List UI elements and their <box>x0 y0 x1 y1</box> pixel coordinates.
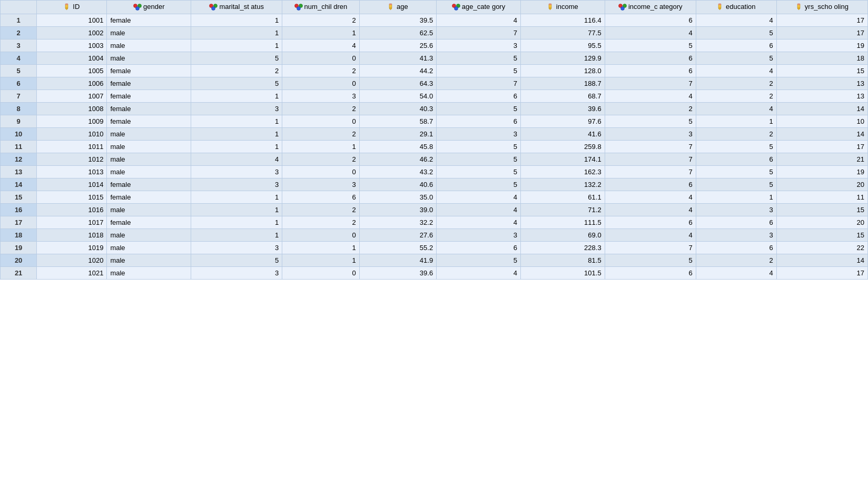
cluster-icon <box>209 3 218 11</box>
cell-num-children: 0 <box>282 52 359 64</box>
table-row: 101010male1229.1341.63214 <box>1 127 868 140</box>
cell-yrs-schooling: 13 <box>776 77 867 90</box>
cell-marital-status: 1 <box>191 115 282 127</box>
cell-id: 1006 <box>37 77 107 90</box>
col-header-yrs_schooling[interactable]: yrs_scho oling <box>776 1 867 14</box>
table-row: 51005female2244.25128.06415 <box>1 64 868 77</box>
cell-rownum: 18 <box>1 228 37 241</box>
cell-gender: male <box>107 127 191 140</box>
cell-num-children: 4 <box>282 39 359 52</box>
cell-education: 3 <box>696 203 776 216</box>
col-header-age[interactable]: age <box>359 1 436 14</box>
cell-education: 2 <box>696 90 776 102</box>
cell-education: 5 <box>696 178 776 191</box>
cell-rownum: 16 <box>1 203 37 216</box>
cell-age-category: 4 <box>437 191 521 203</box>
col-header-ID[interactable]: ID <box>37 1 107 14</box>
cell-income: 61.1 <box>520 191 605 203</box>
pencil-icon <box>796 3 803 11</box>
col-header-income_category[interactable]: income_c ategory <box>605 1 696 14</box>
cell-rownum: 4 <box>1 52 37 64</box>
cell-yrs-schooling: 15 <box>776 64 867 77</box>
cell-marital-status: 1 <box>191 140 282 153</box>
cell-income: 259.8 <box>520 140 605 153</box>
col-header-rownum[interactable] <box>1 1 37 14</box>
svg-marker-28 <box>718 8 721 10</box>
cell-yrs-schooling: 17 <box>776 14 867 26</box>
cell-income: 162.3 <box>520 165 605 178</box>
col-header-marital_status[interactable]: marital_st atus <box>191 1 282 14</box>
cell-id: 1012 <box>37 153 107 165</box>
cell-education: 5 <box>696 140 776 153</box>
cell-income-category: 4 <box>605 228 696 241</box>
cell-num-children: 2 <box>282 64 359 77</box>
cell-marital-status: 2 <box>191 64 282 77</box>
cell-marital-status: 3 <box>191 178 282 191</box>
col-header-num_children[interactable]: num_chil dren <box>282 1 359 14</box>
cell-yrs-schooling: 14 <box>776 254 867 266</box>
cell-income: 129.9 <box>520 52 605 64</box>
cell-education: 6 <box>696 241 776 254</box>
cell-income-category: 6 <box>605 178 696 191</box>
cell-age-category: 4 <box>437 14 521 26</box>
cell-income-category: 3 <box>605 127 696 140</box>
cell-marital-status: 5 <box>191 254 282 266</box>
table-row: 81008female3240.3539.62414 <box>1 102 868 115</box>
cell-income: 71.2 <box>520 203 605 216</box>
cell-income: 39.6 <box>520 102 605 115</box>
cell-income: 77.5 <box>520 26 605 39</box>
cell-yrs-schooling: 19 <box>776 39 867 52</box>
cell-income-category: 4 <box>605 90 696 102</box>
cluster-icon <box>294 3 303 11</box>
cell-gender: male <box>107 241 191 254</box>
cell-marital-status: 5 <box>191 77 282 90</box>
cell-gender: female <box>107 64 191 77</box>
pencil-icon <box>388 3 395 11</box>
col-header-income[interactable]: income <box>520 1 605 14</box>
col-header-education[interactable]: education <box>696 1 776 14</box>
cell-age-category: 5 <box>437 165 521 178</box>
cell-num-children: 3 <box>282 178 359 191</box>
cell-income-category: 5 <box>605 39 696 52</box>
cell-num-children: 1 <box>282 254 359 266</box>
cell-marital-status: 1 <box>191 228 282 241</box>
cell-gender: male <box>107 203 191 216</box>
cell-yrs-schooling: 10 <box>776 115 867 127</box>
cell-age: 46.2 <box>359 153 436 165</box>
table-row: 41004male5041.35129.96518 <box>1 52 868 64</box>
cell-num-children: 0 <box>282 77 359 90</box>
cell-marital-status: 3 <box>191 165 282 178</box>
table-row: 71007female1354.0668.74213 <box>1 90 868 102</box>
cell-rownum: 7 <box>1 90 37 102</box>
data-table-container: ID gender marital_st atus num_chil dren … <box>0 0 868 280</box>
cell-education: 4 <box>696 266 776 279</box>
cell-income-category: 4 <box>605 191 696 203</box>
cell-num-children: 6 <box>282 191 359 203</box>
cell-education: 4 <box>696 14 776 26</box>
col-header-age_category[interactable]: age_cate gory <box>437 1 521 14</box>
cell-gender: female <box>107 14 191 26</box>
cell-yrs-schooling: 11 <box>776 191 867 203</box>
table-row: 201020male5141.9581.55214 <box>1 254 868 266</box>
cluster-icon <box>133 3 142 11</box>
cell-age: 32.2 <box>359 216 436 228</box>
cell-yrs-schooling: 15 <box>776 203 867 216</box>
cell-id: 1016 <box>37 203 107 216</box>
cell-rownum: 2 <box>1 26 37 39</box>
col-header-gender[interactable]: gender <box>107 1 191 14</box>
cell-education: 6 <box>696 39 776 52</box>
cell-age: 39.5 <box>359 14 436 26</box>
cell-num-children: 0 <box>282 228 359 241</box>
cell-income: 41.6 <box>520 127 605 140</box>
cell-age: 27.6 <box>359 228 436 241</box>
cell-age: 54.0 <box>359 90 436 102</box>
cell-income-category: 7 <box>605 77 696 90</box>
cell-income-category: 7 <box>605 241 696 254</box>
table-row: 141014female3340.65132.26520 <box>1 178 868 191</box>
cell-id: 1001 <box>37 14 107 26</box>
cell-income-category: 6 <box>605 52 696 64</box>
cell-id: 1015 <box>37 191 107 203</box>
cell-age-category: 5 <box>437 140 521 153</box>
cell-gender: female <box>107 191 191 203</box>
svg-marker-14 <box>389 8 392 10</box>
